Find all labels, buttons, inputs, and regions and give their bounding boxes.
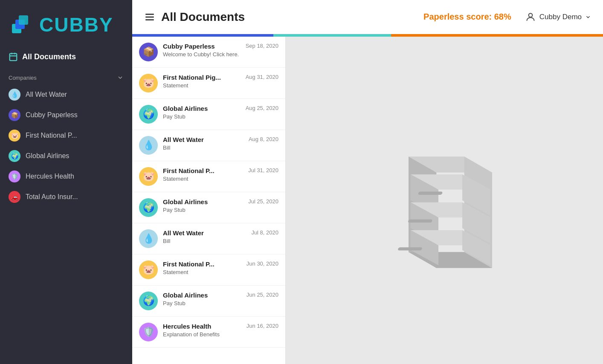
- logo-text: CUBBY: [39, 13, 113, 36]
- all-documents-nav[interactable]: All Documents: [0, 46, 132, 67]
- doc-name: Global AirlinesJun 25, 2020: [163, 292, 278, 299]
- list-item[interactable]: 🐷First National Pig...Aug 31, 2020Statem…: [132, 68, 285, 99]
- user-name: Cubby Demo: [539, 13, 582, 21]
- company-avatar: 🚗: [9, 191, 20, 203]
- content-area: 📦Cubby PaperlessSep 18, 2020Welcome to C…: [132, 37, 603, 364]
- doc-avatar: 💧: [139, 136, 158, 155]
- doc-date: Aug 25, 2020: [246, 105, 278, 111]
- doc-type: Bill: [163, 238, 278, 244]
- doc-info: First National P...Jun 30, 2020Statement: [163, 260, 278, 275]
- svg-rect-2: [19, 15, 28, 25]
- sidebar-item-cubby-paperless[interactable]: 📦Cubby Paperless: [0, 105, 132, 125]
- header: All Documents Paperless score: 68% Cubby…: [132, 0, 603, 34]
- doc-type: Bill: [163, 144, 278, 151]
- doc-info: All Wet WaterAug 8, 2020Bill: [163, 136, 278, 151]
- sidebar-item-hercules-health[interactable]: 🛡️Hercules Health: [0, 166, 132, 187]
- doc-info: Global AirlinesJun 25, 2020Pay Stub: [163, 292, 278, 306]
- company-list: 💧All Wet Water📦Cubby Paperless🐷First Nat…: [0, 84, 132, 207]
- header-left: All Documents: [144, 10, 245, 24]
- company-name: All Wet Water: [26, 91, 67, 98]
- all-documents-label: All Documents: [22, 52, 76, 61]
- doc-name: All Wet WaterJul 8, 2020: [163, 229, 278, 237]
- company-avatar: 🌍: [9, 150, 20, 162]
- company-name: Hercules Health: [26, 173, 74, 180]
- doc-date: Sep 18, 2020: [246, 43, 278, 49]
- document-list[interactable]: 📦Cubby PaperlessSep 18, 2020Welcome to C…: [132, 37, 286, 364]
- list-item[interactable]: 💧All Wet WaterJul 8, 2020Bill: [132, 223, 285, 254]
- doc-name: Global AirlinesAug 25, 2020: [163, 105, 278, 113]
- doc-name: First National P...Jul 31, 2020: [163, 167, 278, 175]
- companies-header: Companies: [0, 67, 132, 84]
- doc-type: Statement: [163, 269, 278, 275]
- sidebar-item-global-airlines[interactable]: 🌍Global Airlines: [0, 146, 132, 166]
- doc-type: Pay Stub: [163, 113, 278, 120]
- doc-avatar: 🌍: [139, 292, 158, 310]
- doc-date: Jul 31, 2020: [248, 167, 278, 173]
- svg-rect-22: [408, 220, 433, 222]
- doc-type: Statement: [163, 176, 278, 182]
- chevron-down-icon: [117, 74, 124, 81]
- doc-name: Hercules HealthJun 16, 2020: [163, 323, 278, 330]
- company-name: Global Airlines: [26, 152, 69, 160]
- preview-area: [286, 37, 603, 364]
- list-item[interactable]: 🌍Global AirlinesAug 25, 2020Pay Stub: [132, 99, 285, 130]
- sidebar-item-all-wet-water[interactable]: 💧All Wet Water: [0, 84, 132, 105]
- doc-avatar: 🐷: [139, 74, 158, 92]
- list-item[interactable]: 🌍Global AirlinesJul 25, 2020Pay Stub: [132, 192, 285, 223]
- company-avatar: 📦: [9, 109, 20, 121]
- paperless-score: Paperless score: 68%: [423, 12, 511, 22]
- doc-info: Global AirlinesAug 25, 2020Pay Stub: [163, 105, 278, 120]
- doc-date: Jul 8, 2020: [251, 229, 278, 236]
- list-item[interactable]: 🐷First National P...Jun 30, 2020Statemen…: [132, 254, 285, 286]
- doc-type: Welcome to Cubby! Click here.: [163, 51, 278, 58]
- list-item[interactable]: 🌍Global AirlinesJun 25, 2020Pay Stub: [132, 286, 285, 317]
- doc-info: First National P...Jul 31, 2020Statement: [163, 167, 278, 182]
- hamburger-icon[interactable]: [144, 12, 155, 23]
- doc-date: Jun 30, 2020: [246, 260, 278, 267]
- company-name: Cubby Paperless: [26, 111, 78, 119]
- doc-type: Statement: [163, 82, 278, 89]
- doc-avatar: 🐷: [139, 167, 158, 186]
- doc-avatar: 🌍: [139, 198, 158, 217]
- user-dropdown-icon: [585, 14, 591, 20]
- doc-avatar: 📦: [139, 43, 158, 61]
- doc-name: First National P...Jun 30, 2020: [163, 260, 278, 268]
- companies-label: Companies: [9, 75, 37, 81]
- doc-avatar: 🐷: [139, 260, 158, 279]
- user-menu[interactable]: Cubby Demo: [525, 12, 591, 23]
- svg-rect-26: [397, 247, 423, 250]
- doc-type: Explanation of Benefits: [163, 331, 278, 338]
- doc-date: Jun 25, 2020: [246, 292, 278, 298]
- list-item[interactable]: 🛡️Hercules HealthJun 16, 2020Explanation…: [132, 317, 285, 348]
- main-area: All Documents Paperless score: 68% Cubby…: [132, 0, 603, 364]
- doc-info: Cubby PaperlessSep 18, 2020Welcome to Cu…: [163, 43, 278, 58]
- doc-date: Jun 16, 2020: [246, 323, 278, 329]
- doc-name: Global AirlinesJul 25, 2020: [163, 198, 278, 206]
- doc-date: Aug 8, 2020: [249, 136, 278, 142]
- logo-area: CUBBY: [0, 0, 132, 46]
- doc-name: Cubby PaperlessSep 18, 2020: [163, 43, 278, 50]
- page-title: All Documents: [161, 10, 245, 24]
- filing-cabinet-illustration: [385, 132, 504, 269]
- doc-type: Pay Stub: [163, 207, 278, 213]
- doc-type: Pay Stub: [163, 300, 278, 306]
- sidebar-item-total-auto-insur...[interactable]: 🚗Total Auto Insur...: [0, 187, 132, 207]
- list-item[interactable]: 📦Cubby PaperlessSep 18, 2020Welcome to C…: [132, 37, 285, 68]
- doc-date: Jul 25, 2020: [248, 198, 278, 205]
- sidebar-item-first-national-p...[interactable]: 🐷First National P...: [0, 125, 132, 146]
- doc-info: Hercules HealthJun 16, 2020Explanation o…: [163, 323, 278, 338]
- doc-info: All Wet WaterJul 8, 2020Bill: [163, 229, 278, 244]
- calendar-icon: [9, 52, 18, 61]
- svg-point-10: [528, 13, 532, 17]
- doc-info: Global AirlinesJul 25, 2020Pay Stub: [163, 198, 278, 213]
- svg-rect-18: [418, 191, 443, 194]
- list-item[interactable]: 🐷First National P...Jul 31, 2020Statemen…: [132, 161, 285, 192]
- doc-info: First National Pig...Aug 31, 2020Stateme…: [163, 74, 278, 89]
- doc-avatar: 🌍: [139, 105, 158, 124]
- company-name: Total Auto Insur...: [26, 193, 78, 201]
- company-name: First National P...: [26, 132, 77, 139]
- doc-name: All Wet WaterAug 8, 2020: [163, 136, 278, 144]
- svg-rect-3: [10, 54, 17, 61]
- company-avatar: 💧: [9, 89, 20, 101]
- list-item[interactable]: 💧All Wet WaterAug 8, 2020Bill: [132, 130, 285, 161]
